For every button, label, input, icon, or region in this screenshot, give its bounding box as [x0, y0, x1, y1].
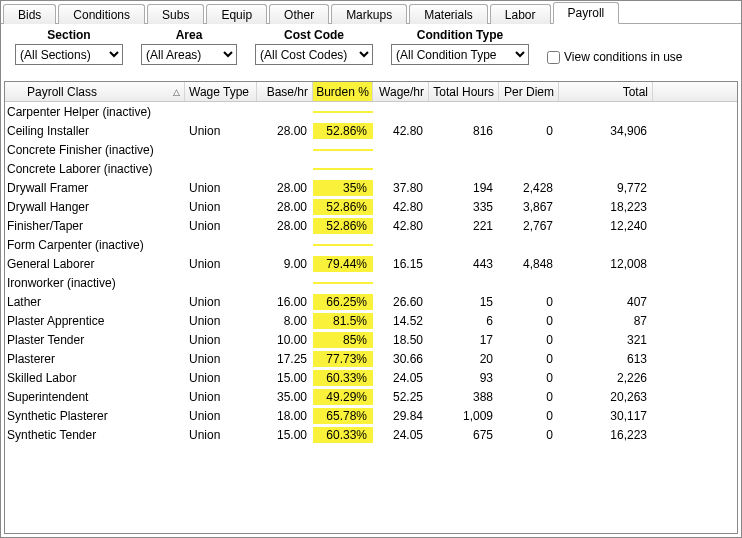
cell-per-diem: [499, 111, 559, 113]
cell-total-hours: 221: [429, 218, 499, 234]
filter-area-select[interactable]: (All Areas): [141, 44, 237, 65]
cell-total: 2,226: [559, 370, 653, 386]
cell-burden: [313, 111, 373, 113]
filter-condtype: Condition Type (All Condition Type: [391, 28, 529, 65]
cell-total: [559, 168, 653, 170]
tab-markups[interactable]: Markups: [331, 4, 407, 24]
cell-total: [559, 111, 653, 113]
table-row[interactable]: Skilled LaborUnion15.0060.33%24.059302,2…: [5, 368, 737, 387]
cell-class: Plaster Apprentice: [5, 313, 185, 329]
cell-total-hours: 335: [429, 199, 499, 215]
col-header-wage-type[interactable]: Wage Type: [185, 82, 257, 101]
cell-class: Plaster Tender: [5, 332, 185, 348]
cell-total: 30,117: [559, 408, 653, 424]
cell-burden: 60.33%: [313, 427, 373, 443]
tab-labor[interactable]: Labor: [490, 4, 551, 24]
cell-total-hours: [429, 282, 499, 284]
cell-class: Plasterer: [5, 351, 185, 367]
col-header-total[interactable]: Total: [559, 82, 653, 101]
cell-class: Synthetic Plasterer: [5, 408, 185, 424]
cell-wage-hr: 42.80: [373, 199, 429, 215]
tab-payroll[interactable]: Payroll: [553, 2, 620, 24]
cell-class: General Laborer: [5, 256, 185, 272]
cell-base-hr: [257, 168, 313, 170]
tab-other[interactable]: Other: [269, 4, 329, 24]
cell-class: Synthetic Tender: [5, 427, 185, 443]
cell-wage-type: [185, 149, 257, 151]
filter-section: Section (All Sections): [15, 28, 123, 65]
col-header-per-diem[interactable]: Per Diem: [499, 82, 559, 101]
cell-total-hours: 17: [429, 332, 499, 348]
filter-section-select[interactable]: (All Sections): [15, 44, 123, 65]
table-row[interactable]: Plaster TenderUnion10.0085%18.50170321: [5, 330, 737, 349]
cell-total: 12,008: [559, 256, 653, 272]
table-row[interactable]: Synthetic TenderUnion15.0060.33%24.05675…: [5, 425, 737, 444]
col-header-base-hr[interactable]: Base/hr: [257, 82, 313, 101]
filter-costcode-select[interactable]: (All Cost Codes): [255, 44, 373, 65]
view-conditions-label: View conditions in use: [564, 50, 683, 64]
table-row[interactable]: General LaborerUnion9.0079.44%16.154434,…: [5, 254, 737, 273]
cell-class: Superintendent: [5, 389, 185, 405]
table-row[interactable]: Drywall HangerUnion28.0052.86%42.803353,…: [5, 197, 737, 216]
filter-condtype-select[interactable]: (All Condition Type: [391, 44, 529, 65]
cell-wage-hr: [373, 149, 429, 151]
table-row[interactable]: Concrete Finisher (inactive): [5, 140, 737, 159]
tab-subs[interactable]: Subs: [147, 4, 204, 24]
table-row[interactable]: Carpenter Helper (inactive): [5, 102, 737, 121]
cell-total-hours: 194: [429, 180, 499, 196]
cell-per-diem: 0: [499, 427, 559, 443]
cell-total: 18,223: [559, 199, 653, 215]
cell-burden: 79.44%: [313, 256, 373, 272]
cell-burden: 49.29%: [313, 389, 373, 405]
col-header-total-hours[interactable]: Total Hours: [429, 82, 499, 101]
cell-per-diem: 0: [499, 351, 559, 367]
table-row[interactable]: Ceiling InstallerUnion28.0052.86%42.8081…: [5, 121, 737, 140]
filter-area-label: Area: [176, 28, 203, 42]
table-row[interactable]: Finisher/TaperUnion28.0052.86%42.802212,…: [5, 216, 737, 235]
cell-per-diem: 4,848: [499, 256, 559, 272]
cell-burden: [313, 168, 373, 170]
cell-wage-hr: [373, 168, 429, 170]
grid-body: Carpenter Helper (inactive)Ceiling Insta…: [5, 102, 737, 444]
cell-per-diem: 0: [499, 408, 559, 424]
col-header-burden-[interactable]: Burden %: [313, 82, 373, 101]
cell-total-hours: 388: [429, 389, 499, 405]
cell-wage-hr: 52.25: [373, 389, 429, 405]
table-row[interactable]: Plaster ApprenticeUnion8.0081.5%14.52608…: [5, 311, 737, 330]
cell-total: 12,240: [559, 218, 653, 234]
cell-total-hours: 1,009: [429, 408, 499, 424]
cell-burden: 52.86%: [313, 199, 373, 215]
cell-wage-type: Union: [185, 427, 257, 443]
col-header-wage-hr[interactable]: Wage/hr: [373, 82, 429, 101]
tab-equip[interactable]: Equip: [206, 4, 267, 24]
table-row[interactable]: Synthetic PlastererUnion18.0065.78%29.84…: [5, 406, 737, 425]
table-row[interactable]: SuperintendentUnion35.0049.29%52.2538802…: [5, 387, 737, 406]
cell-base-hr: 15.00: [257, 427, 313, 443]
tab-bids[interactable]: Bids: [3, 4, 56, 24]
sort-asc-icon: △: [173, 87, 180, 97]
cell-wage-hr: [373, 111, 429, 113]
table-row[interactable]: Drywall FramerUnion28.0035%37.801942,428…: [5, 178, 737, 197]
cell-total: 34,906: [559, 123, 653, 139]
cell-base-hr: 10.00: [257, 332, 313, 348]
view-conditions-checkbox[interactable]: [547, 51, 560, 64]
table-row[interactable]: LatherUnion16.0066.25%26.60150407: [5, 292, 737, 311]
table-row[interactable]: Concrete Laborer (inactive): [5, 159, 737, 178]
cell-base-hr: 9.00: [257, 256, 313, 272]
cell-wage-hr: 29.84: [373, 408, 429, 424]
cell-wage-type: Union: [185, 180, 257, 196]
cell-base-hr: 28.00: [257, 180, 313, 196]
table-row[interactable]: Ironworker (inactive): [5, 273, 737, 292]
cell-burden: [313, 282, 373, 284]
filter-viewconditions: View conditions in use: [547, 50, 683, 65]
cell-per-diem: [499, 244, 559, 246]
tab-materials[interactable]: Materials: [409, 4, 488, 24]
tab-conditions[interactable]: Conditions: [58, 4, 145, 24]
table-row[interactable]: PlastererUnion17.2577.73%30.66200613: [5, 349, 737, 368]
table-row[interactable]: Form Carpenter (inactive): [5, 235, 737, 254]
cell-burden: 35%: [313, 180, 373, 196]
col-header-payroll-class[interactable]: Payroll Class△: [5, 82, 185, 101]
cell-wage-hr: 42.80: [373, 123, 429, 139]
cell-burden: [313, 149, 373, 151]
cell-wage-type: [185, 168, 257, 170]
